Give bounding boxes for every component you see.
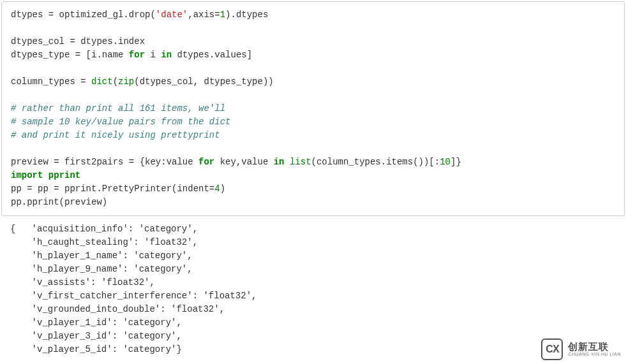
code-line: dtypes = optimized_gl.drop('date',axis=1… (11, 10, 268, 20)
code-line: # rather than print all 161 items, we'll (11, 103, 225, 113)
code-line: preview = first2pairs = {key:value for k… (11, 157, 461, 167)
code-line: dtypes_type = [i.name for i in dtypes.va… (11, 50, 252, 60)
output-line: 'v_grounded_into_double': 'float32', (10, 304, 225, 314)
code-line: column_types = dict(zip(dtypes_col, dtyp… (11, 76, 274, 87)
output-line: 'v_assists': 'float32', (10, 277, 155, 288)
output-line: 'v_player_3_id': 'category', (10, 331, 182, 341)
output-line: { 'acquisition_info': 'category', (10, 224, 198, 234)
code-line: import pprint (11, 170, 80, 180)
code-line: dtypes_col = dtypes.index (11, 36, 145, 47)
output-cell: { 'acquisition_info': 'category', 'h_cau… (1, 221, 625, 363)
output-line: 'h_caught_stealing': 'float32', (10, 237, 198, 247)
output-line: 'v_player_5_id': 'category'} (10, 344, 182, 354)
code-line: # and print it nicely using prettyprint (11, 130, 220, 140)
output-line: 'v_player_1_id': 'category', (10, 317, 182, 328)
output-line: 'v_first_catcher_interference': 'float32… (10, 291, 257, 301)
output-line: 'h_player_1_name': 'category', (10, 251, 193, 261)
code-cell: dtypes = optimized_gl.drop('date',axis=1… (1, 1, 625, 216)
output-line: 'h_player_9_name': 'category', (10, 264, 193, 274)
code-line: # sample 10 key/value pairs from the dic… (11, 117, 230, 127)
code-line: pp = pp = pprint.PrettyPrinter(indent=4) (11, 184, 225, 194)
code-line: pp.pprint(preview) (11, 197, 107, 207)
